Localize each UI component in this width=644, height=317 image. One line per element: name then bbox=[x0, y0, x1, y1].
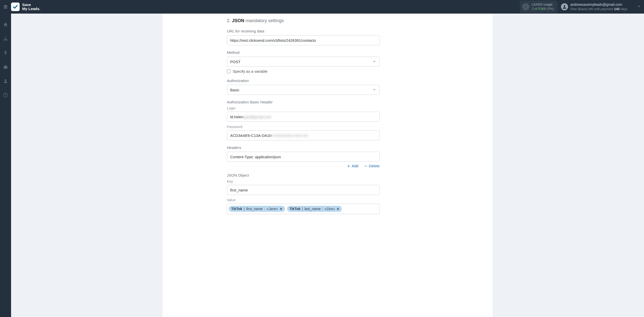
menu-toggle[interactable] bbox=[0, 0, 11, 14]
svg-point-9 bbox=[5, 79, 7, 81]
help-icon[interactable] bbox=[0, 92, 11, 99]
account-plan: Plan |Basic| left until payment 142 days bbox=[571, 7, 627, 11]
add-header-button[interactable]: Add bbox=[347, 164, 358, 168]
headers-label: Headers bbox=[227, 145, 380, 150]
chevron-down-icon[interactable] bbox=[637, 4, 641, 9]
headers-input[interactable] bbox=[227, 152, 380, 162]
value-tokens-input[interactable]: TikTok | first_name: «Jane» ✕ TikTok | l… bbox=[227, 204, 380, 214]
authz-select[interactable]: Basic bbox=[227, 85, 380, 95]
login-label: Login bbox=[227, 106, 380, 110]
svg-rect-5 bbox=[4, 40, 5, 41]
svg-point-11 bbox=[5, 96, 6, 96]
avatar-icon bbox=[561, 3, 568, 10]
method-label: Method bbox=[227, 50, 380, 55]
usage-line: 2 of 5'000 (0%) bbox=[532, 7, 554, 11]
remove-token-icon[interactable]: ✕ bbox=[280, 207, 283, 211]
brand-logo-icon bbox=[11, 3, 20, 11]
settings-card: 2. JSON mandatory settings URL for recei… bbox=[163, 14, 493, 317]
user-icon[interactable] bbox=[0, 77, 11, 85]
password-label: Password bbox=[227, 125, 380, 129]
account-box[interactable]: andrewsavemyleads@gmail.com Plan |Basic|… bbox=[561, 2, 641, 11]
delete-header-button[interactable]: Delete bbox=[364, 164, 380, 168]
remove-token-icon[interactable]: ✕ bbox=[337, 207, 339, 211]
method-variable-checkbox[interactable]: Specify as a variable bbox=[227, 69, 380, 73]
chevron-down-icon bbox=[372, 59, 376, 64]
svg-rect-8 bbox=[4, 66, 8, 69]
basic-header-label: Authorization Basic Header bbox=[227, 100, 380, 104]
home-icon[interactable] bbox=[0, 21, 11, 28]
svg-rect-4 bbox=[5, 37, 6, 38]
url-input[interactable] bbox=[227, 35, 380, 45]
chevron-down-icon bbox=[372, 88, 376, 92]
account-email: andrewsavemyleads@gmail.com bbox=[571, 2, 627, 7]
authz-label: Authorization bbox=[227, 78, 380, 83]
svg-rect-7 bbox=[7, 40, 7, 41]
briefcase-icon[interactable] bbox=[0, 63, 11, 70]
key-input[interactable] bbox=[227, 185, 380, 195]
value-token[interactable]: TikTok | last_name: «Doe» ✕ bbox=[287, 206, 342, 212]
value-label: Value bbox=[227, 198, 380, 202]
usage-title: LEADS usage: bbox=[532, 3, 554, 7]
value-token[interactable]: TikTok | first_name: «Jane» ✕ bbox=[229, 206, 285, 212]
method-select[interactable]: POST bbox=[227, 57, 380, 67]
url-label: URL for receiving data bbox=[227, 29, 380, 33]
json-object-label: JSON Object bbox=[227, 173, 380, 177]
sidebar bbox=[0, 14, 11, 317]
password-input[interactable]: ACD3AAE6-C13A-DA10-XXXXXXXX-XXX-XX bbox=[227, 130, 380, 140]
info-icon: i bbox=[522, 3, 529, 10]
brand: Save My Leads. bbox=[11, 3, 41, 11]
login-input[interactable]: ld.helen qwe@gmail.com bbox=[227, 112, 380, 122]
svg-point-3 bbox=[564, 5, 565, 7]
dollar-icon[interactable] bbox=[0, 49, 11, 56]
sitemap-icon[interactable] bbox=[0, 35, 11, 42]
section-title: 2. JSON mandatory settings bbox=[227, 18, 380, 23]
usage-box: i LEADS usage: 2 of 5'000 (0%) bbox=[520, 1, 557, 13]
svg-rect-6 bbox=[5, 40, 6, 41]
key-label: Key bbox=[227, 179, 380, 183]
brand-text: Save My Leads. bbox=[22, 3, 41, 11]
